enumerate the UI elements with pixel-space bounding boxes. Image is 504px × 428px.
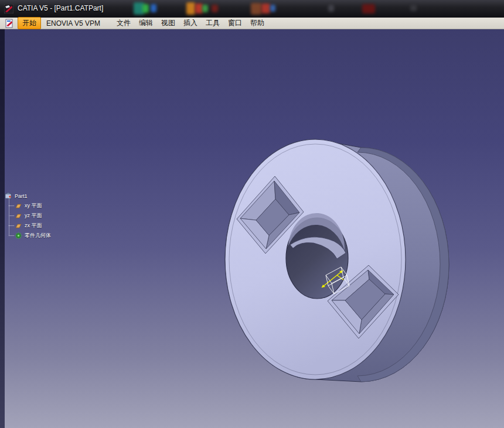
- tree-item-label[interactable]: 零件几何体: [25, 232, 51, 239]
- glass-artifact: [362, 4, 375, 13]
- tree-item-xy-plane[interactable]: xy 平面: [9, 201, 51, 211]
- menu-enovia[interactable]: ENOVIA V5 VPM: [42, 18, 104, 29]
- glass-artifact: [151, 4, 156, 12]
- glass-artifact: [142, 4, 149, 13]
- glass-artifact: [270, 5, 275, 12]
- tree-item-label[interactable]: xy 平面: [25, 202, 42, 210]
- glass-artifact: [261, 4, 270, 13]
- window-title: CATIA V5 - [Part1.CATPart]: [18, 4, 103, 12]
- tree-item-label[interactable]: yz 平面: [25, 212, 42, 220]
- spec-tree: Part1 xy 平面 y: [5, 191, 51, 241]
- menu-view[interactable]: 视图: [157, 17, 179, 29]
- glass-artifact: [202, 5, 208, 12]
- glass-artifact: [186, 2, 195, 15]
- tree-root-label[interactable]: Part1: [15, 193, 28, 199]
- tree-item-zx-plane[interactable]: zx 平面: [9, 221, 51, 231]
- catia-window: CATIA V5 - [Part1.CATPart] 开始 ENOVIA V5 …: [0, 0, 504, 428]
- menubar: 开始 ENOVIA V5 VPM 文件 编辑 视图 插入 工具 窗口 帮助: [0, 18, 504, 29]
- plane-icon: [15, 213, 22, 219]
- menu-edit[interactable]: 编辑: [135, 17, 157, 29]
- part-3d-model[interactable]: [0, 29, 504, 428]
- glass-artifact: [251, 3, 261, 15]
- menu-start[interactable]: 开始: [18, 17, 41, 29]
- glass-artifact: [410, 5, 417, 11]
- tree-item-partbody[interactable]: 零件几何体: [9, 231, 51, 241]
- menu-window[interactable]: 窗口: [224, 17, 246, 29]
- glass-artifact: [328, 5, 334, 12]
- glass-artifact: [212, 5, 218, 12]
- menu-help[interactable]: 帮助: [246, 17, 268, 29]
- menu-insert[interactable]: 插入: [179, 17, 202, 29]
- window-edge: [0, 29, 5, 428]
- partbody-icon: [15, 232, 22, 239]
- tree-item-yz-plane[interactable]: yz 平面: [9, 211, 51, 221]
- tree-item-label[interactable]: zx 平面: [25, 222, 42, 230]
- menu-tools[interactable]: 工具: [202, 17, 224, 29]
- titlebar[interactable]: CATIA V5 - [Part1.CATPart]: [0, 0, 504, 18]
- plane-icon: [15, 223, 22, 229]
- document-app-icon[interactable]: [5, 19, 14, 28]
- tree-root-part1[interactable]: Part1: [5, 191, 51, 201]
- tree-children: xy 平面 yz 平面 zx 平面: [9, 201, 51, 241]
- plane-icon: [15, 203, 22, 209]
- catia-app-icon[interactable]: [4, 4, 13, 13]
- 3d-viewport[interactable]: Part1 xy 平面 y: [0, 29, 504, 428]
- menu-file[interactable]: 文件: [113, 17, 135, 29]
